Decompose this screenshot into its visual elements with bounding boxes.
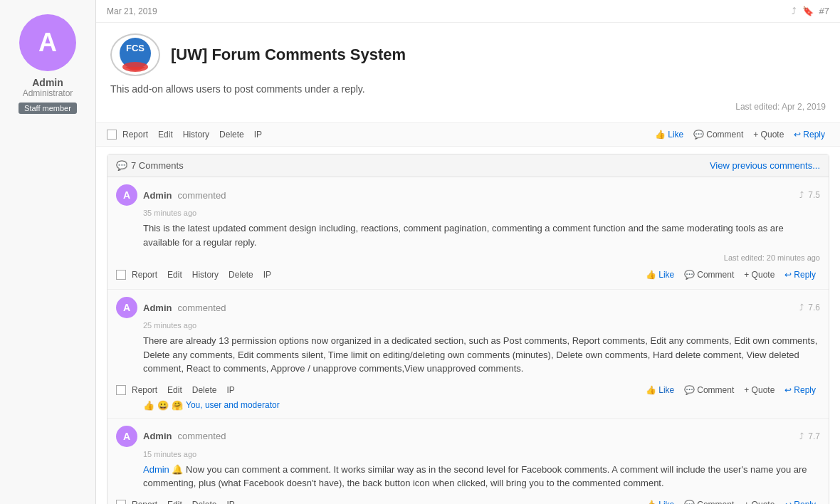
comment-meta-right: ⤴ 7.7 [799,431,820,441]
comment-share-icon[interactable]: ⤴ [799,303,804,313]
comment-icon: 💬 [693,130,704,140]
post-edit-btn[interactable]: Edit [154,127,177,142]
post-ip-btn[interactable]: IP [250,127,266,142]
post-title-row: FCS [UW] Forum Comments System [110,33,826,76]
share-icon[interactable]: ⤴ [792,6,797,16]
emoji-icon: 🔔 [172,464,186,475]
comment-edit-btn[interactable]: Edit [163,498,187,505]
bookmark-icon[interactable]: 🔖 [802,6,814,16]
comment-body: There are already 13 permission options … [116,334,820,376]
comment-edit-btn[interactable]: Edit [163,268,187,282]
comment-reply-btn[interactable]: ↩ Reply [780,383,820,397]
comment-reply-btn[interactable]: ↩ Reply [780,498,820,505]
post-delete-btn[interactable]: Delete [215,127,248,142]
comment-delete-btn[interactable]: Delete [224,268,258,282]
comment-bubble-icon: 💬 [684,270,695,280]
thumbs-up-reaction: 👍 [143,400,154,411]
sidebar: A Admin Administrator Staff member [0,0,96,504]
post-date: Mar 21, 2019 [107,6,157,16]
comment-avatar: A [116,426,137,447]
comment-ip-btn[interactable]: IP [222,383,238,397]
forum-logo: FCS [110,33,160,76]
comment-meta-left: A Admin commented [116,184,226,206]
comment-quote-btn[interactable]: + Quote [740,498,779,505]
comment-meta-right: ⤴ 7.6 [799,303,820,313]
comment-comment-btn[interactable]: 💬 Comment [680,498,738,505]
comment-edit-btn[interactable]: Edit [163,383,187,397]
comment-history-btn[interactable]: History [188,268,223,282]
post-report-btn[interactable]: Report [118,127,152,142]
comment-actions: Report Edit History Delete IP 👍 Like 💬 [116,265,820,282]
comment-time: 25 minutes ago [116,321,820,330]
comment-meta: A Admin commented ⤴ 7.6 [116,297,820,318]
comment-author[interactable]: Admin [143,190,172,201]
comment-item: A Admin commented ⤴ 7.6 25 minutes ago T… [107,290,829,419]
comment-report-btn[interactable]: Report [127,268,162,282]
post-title: [UW] Forum Comments System [171,46,406,64]
comment-report-btn[interactable]: Report [127,383,162,397]
comment-actions: Report Edit Delete IP 👍 Like 💬 Comment [116,380,820,397]
comment-actions-left: Report Edit Delete IP [116,498,239,505]
comment-avatar: A [116,297,137,318]
reactions-bar: 👍 😀 🤗 You, user and moderator [116,400,820,411]
username[interactable]: Admin [32,77,63,88]
comment-avatar: A [116,184,137,206]
like-icon: 👍 [646,385,656,395]
comments-section: 💬 7 Comments View previous comments... A… [107,154,829,504]
comment-time: 35 minutes ago [116,209,820,217]
comments-header: 💬 7 Comments View previous comments... [107,154,829,177]
comment-bubble-icon: 💬 [684,385,695,395]
comment-delete-btn[interactable]: Delete [188,383,221,397]
comment-number: 7.7 [808,431,820,441]
comment-meta: A Admin commented ⤴ 7.7 [116,426,820,447]
comment-item: A Admin commented ⤴ 7.5 35 minutes ago T… [107,177,829,290]
post-reply-btn[interactable]: ↩ Reply [789,127,829,142]
smiley-reaction: 😀 [157,400,169,411]
comment-quote-btn[interactable]: + Quote [740,383,779,397]
staff-badge: Staff member [19,103,77,114]
post-checkbox[interactable] [107,130,117,140]
comment-actions: Report Edit Delete IP 👍 Like 💬 Comment [116,495,820,505]
comment-meta-left: A Admin commented [116,297,226,318]
post-like-btn[interactable]: 👍 Like [651,127,688,142]
comment-delete-btn[interactable]: Delete [188,498,221,505]
reply-arrow-icon: ↩ [784,385,792,395]
comment-actions-left: Report Edit Delete IP [116,383,239,397]
comment-like-btn[interactable]: 👍 Like [641,383,678,397]
comment-ip-btn[interactable]: IP [222,498,238,505]
comment-reply-btn[interactable]: ↩ Reply [780,268,820,282]
comment-checkbox[interactable] [116,500,126,505]
post-history-btn[interactable]: History [179,127,214,142]
comment-comment-btn[interactable]: 💬 Comment [680,268,738,282]
comment-number: 7.5 [808,190,820,200]
post-action-bar: Report Edit History Delete IP 👍 Like 💬 C… [96,122,840,147]
comment-meta-right: ⤴ 7.5 [799,190,820,200]
comment-checkbox[interactable] [116,385,126,395]
main-content: Mar 21, 2019 ⤴ 🔖 #7 FCS [UW] F [96,0,840,504]
post-header-right: ⤴ 🔖 #7 [792,6,829,16]
comment-actions-right: 👍 Like 💬 Comment + Quote ↩ Reply [641,498,820,505]
comment-checkbox[interactable] [116,270,126,280]
comment-quote-btn[interactable]: + Quote [740,268,779,282]
comment-author[interactable]: Admin [143,431,172,441]
post-description: This add-on allows users to post comment… [110,83,826,95]
post-quote-btn[interactable]: + Quote [749,127,788,142]
reply-icon: ↩ [794,130,801,140]
comment-ip-btn[interactable]: IP [259,268,275,282]
comment-comment-btn[interactable]: 💬 Comment [680,383,738,397]
reaction-users[interactable]: You, user and moderator [186,400,280,410]
comment-body: Admin 🔔 Now you can comment a comment. I… [116,463,820,490]
comment-share-icon[interactable]: ⤴ [799,190,804,200]
post-actions-left: Report Edit History Delete IP [107,127,266,142]
view-previous-link[interactable]: View previous comments... [710,160,820,171]
comment-like-btn[interactable]: 👍 Like [641,498,678,505]
comment-author[interactable]: Admin [143,303,172,313]
comment-report-btn[interactable]: Report [127,498,162,505]
mention-link[interactable]: Admin [143,464,169,475]
comment-meta: A Admin commented ⤴ 7.5 [116,184,820,206]
avatar: A [19,14,76,71]
post-comment-btn[interactable]: 💬 Comment [689,127,747,142]
comment-actions-right: 👍 Like 💬 Comment + Quote ↩ Reply [641,383,820,397]
comment-share-icon[interactable]: ⤴ [799,431,804,441]
comment-like-btn[interactable]: 👍 Like [641,268,678,282]
